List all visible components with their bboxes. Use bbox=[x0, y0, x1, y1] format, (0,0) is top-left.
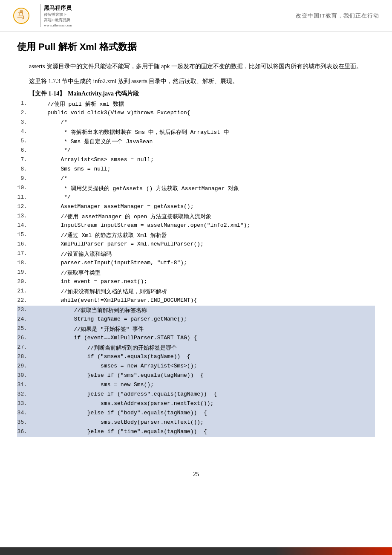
line-number: 25. bbox=[17, 324, 32, 332]
logo-icon: 马 bbox=[13, 6, 37, 25]
code-line: 20. int event = parser.next(); bbox=[17, 278, 375, 287]
line-number: 5. bbox=[17, 137, 32, 144]
line-content: /* bbox=[32, 174, 375, 182]
code-line: 36. }else if ("time".equals(tagName)) { bbox=[17, 428, 375, 437]
line-number: 7. bbox=[17, 156, 32, 163]
line-content: }else if ("body".equals(tagName)) { bbox=[32, 409, 375, 417]
file-label: 【文件 1-14】 MainActivity.java 代码片段 bbox=[29, 90, 375, 98]
file-name: MainActivity.java 代码片段 bbox=[68, 90, 139, 98]
line-number: 35. bbox=[17, 418, 32, 425]
line-number: 22. bbox=[17, 296, 32, 304]
line-content: //通过 Xml 的静态方法获取 Xml 解析器 bbox=[32, 231, 375, 240]
line-number: 31. bbox=[17, 381, 32, 388]
line-content: */ bbox=[32, 193, 375, 201]
code-line: 15. //通过 Xml 的静态方法获取 Xml 解析器 bbox=[17, 231, 375, 240]
logo-area: 马 黑马程序员 传智播客旗下 高端IT教育品牌 www.itheima.com bbox=[13, 4, 72, 27]
line-content: sms.setBody(parser.nextText()); bbox=[32, 418, 375, 426]
code-line: 4. * 将解析出来的数据封装在 Sms 中，然后保存到 ArrayList 中 bbox=[17, 127, 375, 137]
code-line: 9. /* bbox=[17, 174, 375, 184]
line-number: 27. bbox=[17, 343, 32, 350]
line-content: InputStream inputStream = assetManager.o… bbox=[32, 221, 375, 229]
line-content: if ("smses".equals(tagName)) { bbox=[32, 353, 375, 361]
line-number: 34. bbox=[17, 409, 32, 416]
line-number: 10. bbox=[17, 184, 32, 191]
line-number: 30. bbox=[17, 371, 32, 379]
line-number: 2. bbox=[17, 109, 32, 116]
line-content: //获取事件类型 bbox=[32, 268, 375, 278]
brand-sub: 高端IT教育品牌 bbox=[44, 17, 72, 23]
code-line: 30. }else if ("sms".equals(tagName)) { bbox=[17, 371, 375, 381]
code-line: 11. */ bbox=[17, 193, 375, 202]
code-line: 13. //使用 assetManager 的 open 方法直接获取输入流对象 bbox=[17, 212, 375, 221]
paragraph1: asserts 资源目录中的文件只能读不能写，多用于随 apk 一起发布的固定不… bbox=[17, 61, 375, 72]
line-number: 36. bbox=[17, 428, 32, 435]
line-number: 17. bbox=[17, 249, 32, 257]
line-number: 8. bbox=[17, 165, 32, 172]
code-line: 23. //获取当前解析到的标签名称 bbox=[17, 306, 375, 315]
line-content: //使用 pull 解析 xml 数据 bbox=[32, 99, 375, 109]
line-content: //获取当前解析到的标签名称 bbox=[32, 306, 375, 315]
line-number: 23. bbox=[17, 306, 32, 313]
line-content: sms = new Sms(); bbox=[32, 381, 375, 389]
line-number: 29. bbox=[17, 362, 32, 369]
line-content: }else if ("time".equals(tagName)) { bbox=[32, 428, 375, 436]
code-line: 12. AssetManager assetManager = getAsset… bbox=[17, 202, 375, 212]
logo-text: 黑马程序员 传智播客旗下 高端IT教育品牌 www.itheima.com bbox=[40, 4, 72, 27]
line-number: 24. bbox=[17, 315, 32, 322]
header: 马 黑马程序员 传智播客旗下 高端IT教育品牌 www.itheima.com … bbox=[0, 0, 392, 32]
line-content: AssetManager assetManager = getAssets(); bbox=[32, 202, 375, 211]
line-content: //使用 assetManager 的 open 方法直接获取输入流对象 bbox=[32, 212, 375, 221]
line-content: int event = parser.next(); bbox=[32, 278, 375, 286]
code-line: 34. }else if ("body".equals(tagName)) { bbox=[17, 409, 375, 418]
line-content: //如果是 "开始标签" 事件 bbox=[32, 324, 375, 334]
line-number: 21. bbox=[17, 287, 32, 294]
code-line: 10. * 调用父类提供的 getAssets () 方法获取 AssertMa… bbox=[17, 184, 375, 193]
line-number: 33. bbox=[17, 399, 32, 407]
line-content: /* bbox=[32, 118, 375, 126]
line-content: public void click3(View v)throws Excepti… bbox=[32, 109, 375, 117]
line-number: 32. bbox=[17, 390, 32, 397]
line-number: 19. bbox=[17, 268, 32, 275]
line-number: 20. bbox=[17, 278, 32, 285]
code-line: 29. smses = new ArrayList<Sms>(); bbox=[17, 362, 375, 371]
line-content: XmlPullParser parser = Xml.newPullParser… bbox=[32, 240, 375, 248]
code-line: 2. public void click3(View v)throws Exce… bbox=[17, 109, 375, 118]
line-number: 1. bbox=[17, 99, 32, 107]
line-content: while(event!=XmlPullParser.END_DOCUMENT)… bbox=[32, 296, 375, 304]
code-line: 18. parser.setInput(inputStream, "utf-8"… bbox=[17, 259, 375, 268]
line-number: 18. bbox=[17, 259, 32, 266]
main-content: 使用 Pull 解析 Xml 格式数据 asserts 资源目录中的文件只能读不… bbox=[0, 32, 392, 462]
code-line: 27. //判断当前解析到的开始标签是哪个 bbox=[17, 343, 375, 353]
svg-point-3 bbox=[20, 10, 23, 13]
code-line: 32. }else if ("address".equals(tagName))… bbox=[17, 390, 375, 399]
line-content: * 调用父类提供的 getAssets () 方法获取 AssertManage… bbox=[32, 184, 375, 193]
code-line: 31. sms = new Sms(); bbox=[17, 381, 375, 390]
line-content: }else if ("sms".equals(tagName)) { bbox=[32, 371, 375, 379]
line-number: 14. bbox=[17, 221, 32, 228]
line-content: if (event==XmlPullParser.START_TAG) { bbox=[32, 334, 375, 342]
line-number: 3. bbox=[17, 118, 32, 125]
line-content: * 将解析出来的数据封装在 Sms 中，然后保存到 ArrayList 中 bbox=[32, 127, 375, 137]
line-number: 6. bbox=[17, 146, 32, 153]
code-line: 33. sms.setAddress(parser.nextText()); bbox=[17, 399, 375, 409]
brand-name: 黑马程序员 bbox=[44, 4, 72, 12]
code-line: 14. InputStream inputStream = assetManag… bbox=[17, 221, 375, 231]
code-line: 1. //使用 pull 解析 xml 数据 bbox=[17, 99, 375, 109]
line-number: 12. bbox=[17, 202, 32, 210]
file-label-bracket: 【文件 1-14】 bbox=[29, 90, 65, 98]
paragraph2: 这里将 1.7.3 节中生成的 info2.xml 放到 asserts 目录中… bbox=[17, 76, 375, 87]
brand-tagline: 传智播客旗下 bbox=[44, 12, 72, 17]
line-content: sms.setAddress(parser.nextText()); bbox=[32, 399, 375, 408]
code-line: 6. */ bbox=[17, 146, 375, 156]
line-number: 16. bbox=[17, 240, 32, 247]
line-number: 28. bbox=[17, 353, 32, 360]
code-line: 3. /* bbox=[17, 118, 375, 127]
line-content: * Sms 是自定义的一个 JavaBean bbox=[32, 137, 375, 146]
line-content: //设置输入流和编码 bbox=[32, 249, 375, 259]
code-line: 8. Sms sms = null; bbox=[17, 165, 375, 174]
website: www.itheima.com bbox=[44, 23, 72, 27]
line-content: parser.setInput(inputStream, "utf-8"); bbox=[32, 259, 375, 267]
line-content: */ bbox=[32, 146, 375, 154]
line-content: ArrayList<Sms> smses = null; bbox=[32, 156, 375, 164]
line-content: //判断当前解析到的开始标签是哪个 bbox=[32, 343, 375, 353]
